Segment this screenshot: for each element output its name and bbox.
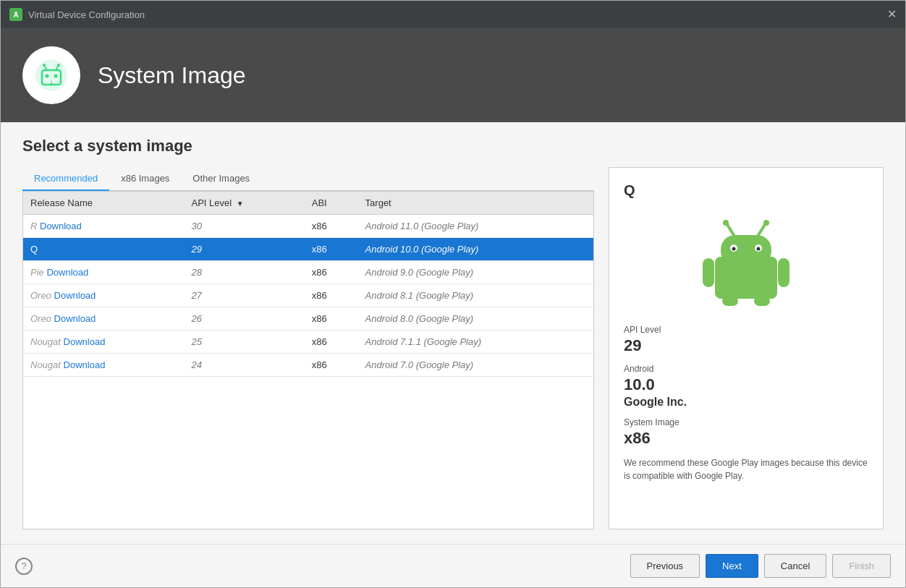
cell-abi: x86 <box>305 284 358 307</box>
cell-abi: x86 <box>305 238 358 261</box>
svg-rect-21 <box>703 258 714 287</box>
table-row[interactable]: Oreo Download27x86Android 8.1 (Google Pl… <box>23 284 593 307</box>
svg-text:↓: ↓ <box>50 78 54 85</box>
svg-rect-12 <box>721 235 771 265</box>
sort-arrow-icon: ▼ <box>237 200 244 208</box>
svg-point-16 <box>757 247 761 251</box>
download-link[interactable]: Download <box>40 221 82 231</box>
cell-target: Android 9.0 (Google Play) <box>358 261 593 284</box>
help-button[interactable]: ? <box>15 558 33 575</box>
cell-release: Oreo Download <box>23 307 184 331</box>
cell-api-level: 27 <box>184 284 304 307</box>
svg-point-15 <box>732 247 736 251</box>
system-image-table: Release Name API Level ▼ ABI Target <box>22 191 594 529</box>
tab-x86images[interactable]: x86 Images <box>109 167 181 191</box>
title-bar: A Virtual Device Configuration ✕ <box>1 1 905 28</box>
svg-text:A: A <box>13 11 18 19</box>
cell-api-level: 29 <box>184 238 304 261</box>
cell-api-level: 26 <box>184 307 304 331</box>
svg-point-19 <box>723 220 729 226</box>
table-row[interactable]: R Download30x86Android 11.0 (Google Play… <box>23 215 593 238</box>
header-title: System Image <box>98 62 246 89</box>
cell-release: R Download <box>23 215 184 238</box>
cell-release: Nougat Download <box>23 354 184 377</box>
table-header-row: Release Name API Level ▼ ABI Target <box>23 192 593 215</box>
col-release-name: Release Name <box>23 192 184 215</box>
table-row[interactable]: Pie Download28x86Android 9.0 (Google Pla… <box>23 261 593 284</box>
svg-rect-24 <box>754 296 770 306</box>
cell-api-level: 28 <box>184 261 304 284</box>
android-value: 10.0 <box>624 375 868 394</box>
svg-line-17 <box>727 223 734 235</box>
cancel-button[interactable]: Cancel <box>764 554 826 578</box>
svg-line-18 <box>758 223 766 235</box>
svg-point-20 <box>763 220 769 226</box>
recommendation-text: We recommend these Google Play images be… <box>624 456 868 482</box>
cell-target: Android 8.1 (Google Play) <box>358 284 593 307</box>
android-label: Android <box>624 364 868 374</box>
cell-abi: x86 <box>305 261 358 284</box>
vendor-value: Google Inc. <box>624 396 868 409</box>
cell-target: Android 11.0 (Google Play) <box>358 215 593 238</box>
cell-release: Nougat Download <box>23 331 184 354</box>
col-abi: ABI <box>305 192 358 215</box>
download-link[interactable]: Download <box>54 290 96 301</box>
cell-abi: x86 <box>305 354 358 377</box>
left-panel: Recommended x86 Images Other Images Rele… <box>22 167 594 529</box>
studio-logo-icon: ↓ <box>33 57 69 93</box>
main-window: A Virtual Device Configuration ✕ ↓ <box>0 0 906 588</box>
cell-api-level: 30 <box>184 215 304 238</box>
cell-release: Pie Download <box>23 261 184 284</box>
cell-target: Android 8.0 (Google Play) <box>358 307 593 331</box>
main-content: Recommended x86 Images Other Images Rele… <box>22 167 884 529</box>
header-section: ↓ System Image <box>1 28 905 122</box>
tab-otherimages[interactable]: Other Images <box>181 167 261 191</box>
svg-point-4 <box>46 74 49 78</box>
col-api-level[interactable]: API Level ▼ <box>184 192 304 215</box>
cell-release: Oreo Download <box>23 284 184 307</box>
title-bar-left: A Virtual Device Configuration <box>9 8 145 21</box>
download-link[interactable]: Download <box>64 336 106 347</box>
svg-point-2 <box>35 59 67 91</box>
android-robot-image <box>624 215 868 309</box>
cell-abi: x86 <box>305 307 358 331</box>
cell-target: Android 7.0 (Google Play) <box>358 354 593 377</box>
cell-api-level: 24 <box>184 354 304 377</box>
footer-buttons: Previous Next Cancel Finish <box>630 554 891 578</box>
detail-android-section: Android 10.0 Google Inc. <box>624 364 868 409</box>
footer: ? Previous Next Cancel Finish <box>1 544 905 587</box>
page-title: Select a system image <box>22 137 884 155</box>
tabs-bar: Recommended x86 Images Other Images <box>22 167 594 191</box>
content-area: Select a system image Recommended x86 Im… <box>1 122 905 544</box>
download-link[interactable]: Download <box>64 359 106 370</box>
table-row[interactable]: Nougat Download25x86Android 7.1.1 (Googl… <box>23 331 593 354</box>
svg-point-5 <box>54 74 58 78</box>
cell-target: Android 10.0 (Google Play) <box>358 238 593 261</box>
svg-point-9 <box>57 64 60 67</box>
svg-point-8 <box>43 64 46 67</box>
api-level-value: 29 <box>624 336 868 355</box>
detail-release-name: Q <box>624 182 868 199</box>
cell-api-level: 25 <box>184 331 304 354</box>
detail-panel: Q <box>609 167 884 529</box>
finish-button[interactable]: Finish <box>832 554 891 578</box>
svg-rect-23 <box>722 296 738 306</box>
cell-abi: x86 <box>305 331 358 354</box>
cell-release: Q <box>23 238 184 261</box>
cell-abi: x86 <box>305 215 358 238</box>
download-link[interactable]: Download <box>46 267 88 278</box>
detail-api-section: API Level 29 <box>624 325 868 355</box>
title-bar-title: Virtual Device Configuration <box>28 9 145 20</box>
previous-button[interactable]: Previous <box>630 554 700 578</box>
system-image-value: x86 <box>624 429 868 448</box>
next-button[interactable]: Next <box>706 554 758 578</box>
api-level-label: API Level <box>624 325 868 335</box>
download-link[interactable]: Download <box>54 313 96 324</box>
tab-recommended[interactable]: Recommended <box>22 167 109 191</box>
table-row[interactable]: Oreo Download26x86Android 8.0 (Google Pl… <box>23 307 593 331</box>
cell-target: Android 7.1.1 (Google Play) <box>358 331 593 354</box>
table-row[interactable]: Q29x86Android 10.0 (Google Play) <box>23 238 593 261</box>
table-row[interactable]: Nougat Download24x86Android 7.0 (Google … <box>23 354 593 377</box>
close-button[interactable]: ✕ <box>887 9 897 20</box>
app-icon: A <box>9 8 22 21</box>
